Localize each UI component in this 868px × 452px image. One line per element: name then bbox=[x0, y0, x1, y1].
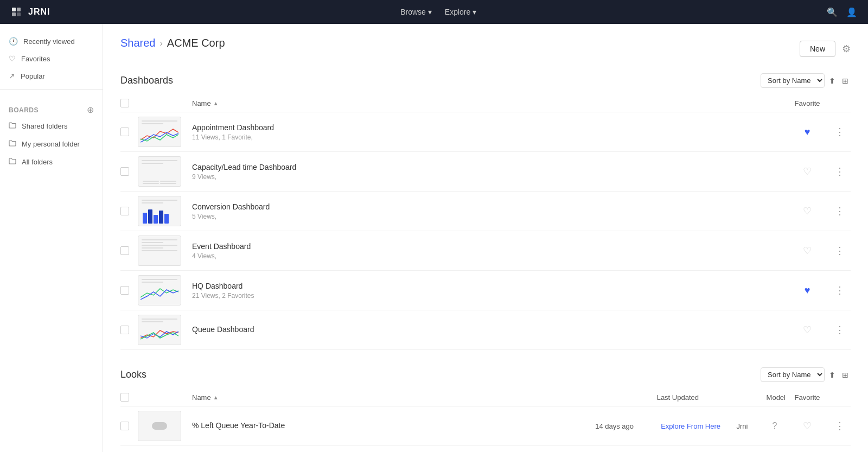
favorite-button[interactable]: ♡ bbox=[803, 324, 812, 336]
row-favorite-cell: ♡ bbox=[786, 205, 829, 217]
folder-personal-icon bbox=[9, 139, 16, 149]
logo-text: JRNI bbox=[28, 7, 50, 17]
select-all-checkbox[interactable] bbox=[120, 99, 129, 107]
search-icon[interactable]: 🔍 bbox=[827, 7, 838, 17]
dashboard-name[interactable]: Conversion Dashboard bbox=[192, 202, 786, 211]
name-column-header[interactable]: Name ▲ bbox=[192, 393, 612, 402]
svg-rect-1 bbox=[17, 8, 21, 11]
row-checkbox[interactable] bbox=[120, 422, 129, 430]
row-checkbox[interactable] bbox=[120, 167, 129, 176]
breadcrumb-shared-link[interactable]: Shared bbox=[120, 37, 156, 49]
dashboard-thumbnail bbox=[138, 235, 186, 266]
row-more-button[interactable]: ⋮ bbox=[831, 163, 849, 180]
main-content: Shared › ACME Corp New ⚙ Dashboards Sort… bbox=[103, 24, 868, 452]
dashboards-table-header: Name ▲ Favorite bbox=[120, 94, 851, 112]
dashboard-meta: 21 Views, 2 Favorites bbox=[192, 292, 786, 300]
thumbnail-image bbox=[138, 196, 181, 226]
row-more-button[interactable]: ⋮ bbox=[831, 124, 849, 140]
dashboards-sort-control: Sort by Name ⬆ ⊞ bbox=[761, 73, 851, 88]
favorite-button[interactable]: ♥ bbox=[805, 285, 810, 296]
dashboard-name[interactable]: Queue Dashboard bbox=[192, 325, 786, 334]
user-icon[interactable]: 👤 bbox=[846, 7, 857, 17]
dashboards-table: Name ▲ Favorite bbox=[120, 94, 851, 350]
dashboard-name[interactable]: HQ Dashboard bbox=[192, 282, 786, 290]
row-more-button[interactable]: ⋮ bbox=[831, 282, 849, 298]
explore-from-here-link[interactable]: Explore From Here bbox=[661, 422, 720, 430]
looks-grid-view-button[interactable]: ⊞ bbox=[840, 368, 851, 381]
main-layout: 🕐 Recently viewed ♡ Favorites ↗ Popular … bbox=[0, 24, 868, 452]
row-checkbox-cell bbox=[120, 326, 138, 334]
select-all-checkbox[interactable] bbox=[120, 393, 129, 402]
row-checkbox[interactable] bbox=[120, 246, 129, 255]
dashboard-meta: 9 Views, bbox=[192, 173, 786, 181]
breadcrumb-separator: › bbox=[160, 39, 163, 48]
row-favorite-cell: ♡ bbox=[786, 245, 829, 257]
dashboards-sort-direction-button[interactable]: ⬆ bbox=[827, 74, 838, 87]
dashboard-name[interactable]: Appointment Dashboard bbox=[192, 123, 786, 132]
nav-left: JRNI bbox=[11, 7, 50, 17]
favorite-button[interactable]: ♡ bbox=[803, 245, 812, 257]
last-updated-cell: 14 days ago bbox=[547, 422, 634, 430]
favorite-button[interactable]: ♥ bbox=[805, 126, 810, 138]
svg-rect-3 bbox=[17, 12, 21, 16]
browse-nav-item[interactable]: Browse ▾ bbox=[400, 8, 432, 16]
settings-icon[interactable]: ⚙ bbox=[842, 43, 851, 55]
dashboards-grid-view-button[interactable]: ⊞ bbox=[840, 74, 851, 87]
table-row: % Left Queue Year-To-Date 14 days ago Ex… bbox=[120, 406, 851, 446]
new-button[interactable]: New bbox=[800, 41, 835, 57]
row-favorite-cell: ♡ bbox=[786, 324, 829, 336]
row-checkbox[interactable] bbox=[120, 286, 129, 295]
looks-section: Looks Sort by Name ⬆ ⊞ Nam bbox=[120, 367, 851, 446]
dashboard-meta: 4 Views, bbox=[192, 252, 786, 260]
dashboard-name[interactable]: Event Dashboard bbox=[192, 242, 786, 251]
logo-icon[interactable] bbox=[11, 7, 22, 17]
sidebar-item-all-folders[interactable]: All folders bbox=[0, 153, 103, 171]
sidebar-item-favorites[interactable]: ♡ Favorites bbox=[0, 50, 103, 67]
heart-icon: ♡ bbox=[9, 54, 16, 63]
explore-nav-item[interactable]: Explore ▾ bbox=[445, 8, 476, 16]
last-updated-column-header: Last Updated bbox=[612, 393, 699, 402]
sidebar-item-popular[interactable]: ↗ Popular bbox=[0, 67, 103, 85]
favorite-button[interactable]: ♡ bbox=[803, 420, 812, 432]
dashboards-section: Dashboards Sort by Name ⬆ ⊞ Name bbox=[120, 73, 851, 350]
model-column-header: Model bbox=[699, 393, 786, 402]
row-checkbox[interactable] bbox=[120, 128, 129, 136]
look-thumbnail bbox=[138, 411, 186, 441]
sidebar-item-my-personal-folder[interactable]: My personal folder bbox=[0, 135, 103, 153]
row-more-button[interactable]: ⋮ bbox=[831, 243, 849, 259]
dashboards-sort-select[interactable]: Sort by Name bbox=[761, 73, 825, 88]
row-more-button[interactable]: ⋮ bbox=[831, 322, 849, 338]
looks-sort-direction-button[interactable]: ⬆ bbox=[827, 368, 838, 381]
name-column-header[interactable]: Name ▲ bbox=[192, 99, 786, 107]
svg-rect-2 bbox=[12, 12, 16, 16]
dashboard-name[interactable]: Capacity/Lead time Dashboard bbox=[192, 163, 786, 171]
explore-from-here-cell: Explore From Here bbox=[634, 422, 720, 430]
favorite-button[interactable]: ♡ bbox=[803, 165, 812, 177]
looks-sort-select[interactable]: Sort by Name bbox=[761, 367, 825, 382]
row-checkbox-cell bbox=[120, 167, 138, 176]
nav-right: 🔍 👤 bbox=[827, 7, 857, 17]
table-row: Queue Dashboard ♡ ⋮ bbox=[120, 310, 851, 350]
thumbnail-image bbox=[138, 156, 181, 187]
table-row: Capacity/Lead time Dashboard 9 Views, ♡ … bbox=[120, 152, 851, 192]
table-row: Appointment Dashboard 11 Views, 1 Favori… bbox=[120, 112, 851, 152]
row-checkbox-cell bbox=[120, 422, 138, 430]
add-board-button[interactable]: ⊕ bbox=[87, 105, 94, 115]
row-info: Capacity/Lead time Dashboard 9 Views, bbox=[192, 163, 786, 181]
table-row: HQ Dashboard 21 Views, 2 Favorites ♥ ⋮ bbox=[120, 271, 851, 310]
row-checkbox[interactable] bbox=[120, 326, 129, 334]
row-checkbox[interactable] bbox=[120, 207, 129, 215]
folder-icon bbox=[9, 122, 16, 131]
row-more-button[interactable]: ⋮ bbox=[831, 418, 849, 434]
thumbnail-image bbox=[138, 235, 181, 266]
favorite-button[interactable]: ♡ bbox=[803, 205, 812, 217]
dashboard-thumbnail bbox=[138, 156, 186, 187]
thumbnail-image bbox=[138, 411, 181, 441]
nav-center: Browse ▾ Explore ▾ bbox=[400, 8, 476, 16]
look-name[interactable]: % Left Queue Year-To-Date bbox=[192, 421, 547, 430]
sidebar-item-shared-folders[interactable]: Shared folders bbox=[0, 117, 103, 135]
sidebar-item-recently-viewed[interactable]: 🕐 Recently viewed bbox=[0, 33, 103, 50]
row-more-button[interactable]: ⋮ bbox=[831, 203, 849, 219]
help-icon[interactable]: ? bbox=[773, 421, 777, 431]
name-sort-arrow: ▲ bbox=[213, 100, 219, 106]
